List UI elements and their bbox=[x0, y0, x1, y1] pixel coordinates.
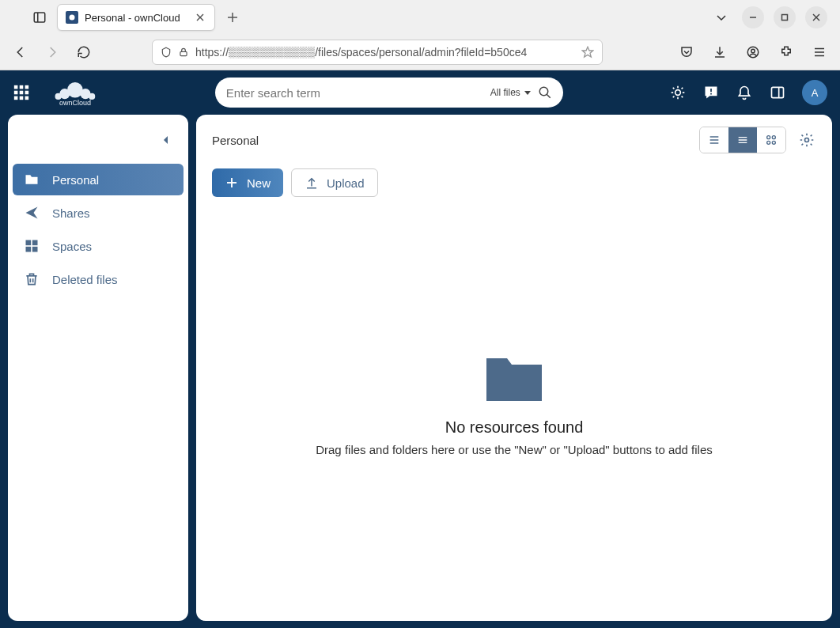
window-minimize-icon[interactable] bbox=[742, 6, 764, 28]
action-row: New Upload bbox=[212, 168, 819, 197]
search-filter-label: All files bbox=[490, 87, 520, 98]
svg-point-67 bbox=[772, 141, 775, 144]
view-condensed-icon[interactable] bbox=[700, 127, 728, 153]
empty-folder-icon bbox=[485, 354, 543, 403]
svg-rect-22 bbox=[25, 85, 29, 89]
new-tab-icon[interactable] bbox=[221, 6, 244, 28]
svg-rect-11 bbox=[180, 51, 187, 55]
svg-rect-54 bbox=[26, 247, 32, 252]
url-text: https://▒▒▒▒▒▒▒▒▒▒▒/files/spaces/persona… bbox=[195, 46, 575, 59]
main-header: Personal bbox=[209, 123, 819, 157]
svg-point-38 bbox=[675, 90, 681, 96]
svg-line-45 bbox=[673, 96, 675, 98]
nav-bar: https://▒▒▒▒▒▒▒▒▒▒▒/files/spaces/persona… bbox=[0, 35, 840, 70]
svg-point-16 bbox=[751, 49, 755, 53]
sidebar-item-label: Deleted files bbox=[52, 273, 118, 286]
avatar[interactable]: A bbox=[802, 80, 827, 105]
window-close-icon[interactable] bbox=[805, 6, 827, 28]
tab-favicon-icon bbox=[66, 11, 78, 24]
sidebar-item-label: Personal bbox=[52, 173, 99, 187]
upload-button-label: Upload bbox=[327, 176, 365, 190]
sidebar-item-personal[interactable]: Personal bbox=[13, 164, 184, 195]
svg-rect-49 bbox=[772, 87, 784, 97]
svg-point-68 bbox=[805, 138, 809, 142]
svg-rect-28 bbox=[25, 96, 29, 100]
new-button[interactable]: New bbox=[212, 168, 283, 197]
browser-tab[interactable]: Personal - ownCloud bbox=[57, 4, 215, 31]
app-body: Personal Shares Spaces Deleted files bbox=[0, 115, 840, 628]
sidebar-item-spaces[interactable]: Spaces bbox=[13, 230, 184, 262]
svg-marker-12 bbox=[582, 47, 592, 57]
url-bar[interactable]: https://▒▒▒▒▒▒▒▒▒▒▒/files/spaces/persona… bbox=[152, 40, 603, 65]
tab-close-icon[interactable] bbox=[194, 11, 206, 24]
svg-point-36 bbox=[539, 87, 548, 96]
breadcrumb[interactable]: Personal bbox=[209, 134, 259, 147]
svg-rect-27 bbox=[20, 96, 24, 100]
new-button-label: New bbox=[247, 176, 271, 190]
svg-point-2 bbox=[70, 15, 75, 21]
svg-point-64 bbox=[767, 136, 770, 139]
theme-toggle-icon[interactable] bbox=[669, 84, 687, 101]
apps-grid-icon[interactable] bbox=[13, 84, 30, 101]
empty-title: No resources found bbox=[445, 418, 584, 437]
bookmark-star-icon[interactable] bbox=[581, 46, 594, 59]
menu-icon[interactable] bbox=[808, 41, 831, 63]
tab-title: Personal - ownCloud bbox=[85, 12, 187, 24]
app-root: ownCloud All files bbox=[0, 70, 840, 628]
svg-rect-25 bbox=[25, 91, 29, 95]
share-icon bbox=[24, 205, 40, 221]
svg-rect-53 bbox=[32, 240, 38, 246]
view-toggle bbox=[699, 127, 786, 153]
svg-rect-47 bbox=[710, 89, 712, 92]
view-default-icon[interactable] bbox=[728, 127, 757, 153]
svg-rect-26 bbox=[14, 96, 18, 100]
svg-text:ownCloud: ownCloud bbox=[59, 99, 91, 107]
feedback-icon[interactable] bbox=[702, 84, 720, 101]
browser-chrome: Personal - ownCloud bbox=[0, 0, 840, 70]
trash-icon bbox=[24, 271, 40, 287]
svg-point-66 bbox=[767, 141, 770, 144]
sidebar-item-shares[interactable]: Shares bbox=[13, 197, 184, 229]
svg-line-43 bbox=[673, 88, 675, 89]
avatar-initial: A bbox=[812, 87, 819, 99]
extensions-icon[interactable] bbox=[775, 41, 797, 63]
tabs-dropdown-icon[interactable] bbox=[710, 6, 732, 28]
forward-icon bbox=[41, 41, 63, 63]
search-bar[interactable]: All files bbox=[215, 78, 563, 108]
sidebar-item-label: Shares bbox=[52, 206, 90, 220]
pocket-icon[interactable] bbox=[675, 41, 698, 63]
search-submit-icon[interactable] bbox=[538, 85, 552, 100]
downloads-icon[interactable] bbox=[709, 41, 731, 63]
brand-logo[interactable]: ownCloud bbox=[43, 78, 108, 107]
notifications-icon[interactable] bbox=[736, 84, 753, 101]
svg-rect-20 bbox=[14, 85, 18, 89]
view-tiles-icon[interactable] bbox=[757, 127, 785, 153]
lock-icon bbox=[178, 47, 189, 58]
sidebar-toggle-icon[interactable] bbox=[28, 6, 51, 28]
view-settings-icon[interactable] bbox=[794, 127, 819, 153]
svg-rect-21 bbox=[20, 85, 24, 89]
svg-line-44 bbox=[682, 96, 683, 98]
sidebar-item-deleted[interactable]: Deleted files bbox=[13, 263, 184, 295]
svg-rect-52 bbox=[26, 240, 32, 246]
spaces-icon bbox=[24, 238, 40, 254]
sidebar-collapse-icon[interactable] bbox=[153, 127, 179, 153]
folder-icon bbox=[24, 172, 40, 187]
window-maximize-icon[interactable] bbox=[774, 6, 796, 28]
svg-point-65 bbox=[772, 136, 775, 139]
reload-icon[interactable] bbox=[73, 41, 95, 63]
svg-marker-51 bbox=[164, 136, 168, 144]
empty-state: No resources found Drag files and folder… bbox=[209, 197, 819, 613]
back-icon[interactable] bbox=[9, 41, 32, 63]
svg-rect-8 bbox=[782, 15, 788, 21]
upload-button[interactable]: Upload bbox=[291, 168, 378, 197]
main-panel: Personal bbox=[196, 115, 832, 621]
search-input[interactable] bbox=[226, 86, 484, 100]
account-icon[interactable] bbox=[742, 41, 764, 63]
sidepanel-icon[interactable] bbox=[769, 84, 786, 101]
shield-icon bbox=[161, 47, 172, 58]
search-filter-dropdown[interactable]: All files bbox=[490, 87, 532, 98]
svg-rect-23 bbox=[14, 91, 18, 95]
svg-marker-35 bbox=[524, 91, 531, 95]
sidebar: Personal Shares Spaces Deleted files bbox=[8, 115, 188, 621]
